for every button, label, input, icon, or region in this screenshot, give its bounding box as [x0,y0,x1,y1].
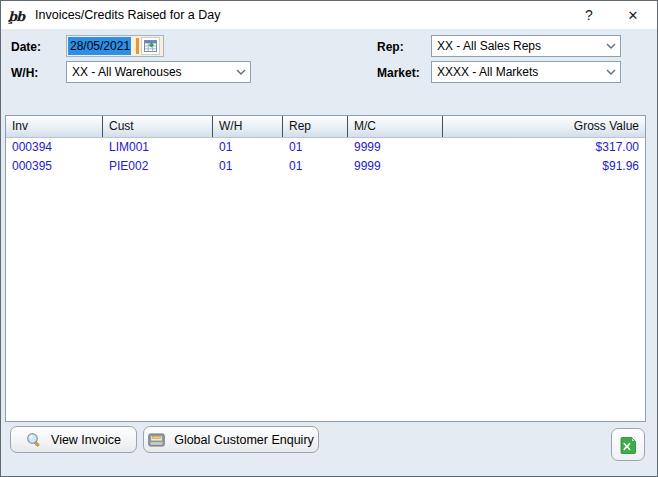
market-select[interactable]: XXXX - All Markets [431,61,621,83]
view-invoice-label: View Invoice [51,433,121,447]
table-row[interactable]: 000395PIE00201019999$91.96 [6,157,645,176]
cell-cust: PIE002 [103,157,213,176]
title-bar: bb s Invoices/Credits Raised for a Day ?… [1,1,657,29]
cell-w-h: 01 [213,157,283,176]
warehouse-select[interactable]: XX - All Warehouses [66,61,251,83]
cell-rep: 01 [283,138,348,157]
cell-w-h: 01 [213,138,283,157]
text-caret [136,38,139,54]
invoice-list: InvCustW/HRepM/CGross Value 000394LIM001… [5,115,646,422]
view-invoice-button[interactable]: View Invoice [10,426,137,453]
column-header-gross-value: Gross Value [443,116,645,137]
cell-cust: LIM001 [103,138,213,157]
rep-selected-value: XX - All Sales Reps [437,39,541,53]
market-label: Market: [377,66,420,80]
app-logo-icon: bb s [8,6,28,24]
cell-gross-value: $91.96 [443,157,645,176]
column-header-rep: Rep [283,116,348,137]
global-customer-enquiry-button[interactable]: Global Customer Enquiry [143,426,319,453]
column-header-inv: Inv [6,116,103,137]
card-file-icon [148,433,165,447]
date-label: Date: [11,40,41,54]
warehouse-selected-value: XX - All Warehouses [72,65,182,79]
global-customer-enquiry-label: Global Customer Enquiry [174,433,314,447]
column-header-w-h: W/H [213,116,283,137]
warehouse-label: W/H: [11,66,38,80]
window-title: Invoices/Credits Raised for a Day [35,8,221,22]
table-body: 000394LIM00101019999$317.00000395PIE0020… [6,138,645,176]
chevron-down-icon [602,62,620,82]
cell-gross-value: $317.00 [443,138,645,157]
magnifier-icon [26,432,42,448]
excel-icon [619,436,637,454]
date-field[interactable]: 28/05/2021 [66,35,164,57]
cell-rep: 01 [283,157,348,176]
dialog-window: bb s Invoices/Credits Raised for a Day ?… [0,0,658,477]
export-to-excel-button[interactable] [611,428,645,461]
rep-select[interactable]: XX - All Sales Reps [431,35,621,57]
cell-m-c: 9999 [348,138,443,157]
cell-inv: 000395 [6,157,103,176]
market-selected-value: XXXX - All Markets [437,65,538,79]
chevron-down-icon [602,36,620,56]
rep-label: Rep: [377,40,404,54]
table-header: InvCustW/HRepM/CGross Value [6,116,645,138]
help-button[interactable]: ? [567,1,611,29]
calendar-icon [144,40,158,53]
cell-inv: 000394 [6,138,103,157]
cell-m-c: 9999 [348,157,443,176]
column-header-cust: Cust [103,116,213,137]
chevron-down-icon [232,62,250,82]
column-header-m-c: M/C [348,116,443,137]
close-button[interactable]: ✕ [611,1,655,29]
date-value-selected: 28/05/2021 [68,37,131,55]
table-row[interactable]: 000394LIM00101019999$317.00 [6,138,645,157]
calendar-picker-button[interactable] [141,37,160,55]
